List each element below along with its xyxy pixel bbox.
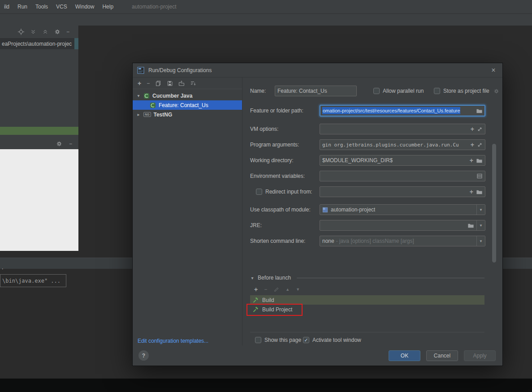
checkbox-box[interactable] [373,88,380,94]
menu-vcs[interactable]: VCS [52,0,71,13]
apply-button[interactable]: Apply [464,350,496,361]
checkbox-label: Show this page [264,337,301,343]
menu-build[interactable]: ild [0,0,13,13]
cancel-button[interactable]: Cancel [426,350,458,361]
add-configuration-icon[interactable]: + [138,80,141,86]
before-launch-task-build[interactable]: Build [250,295,484,305]
main-toolbar [0,13,532,26]
hammer-icon [252,306,259,313]
edit-configuration-templates-link[interactable]: Edit configuration templates... [138,338,208,344]
task-label: Build Project [262,306,292,313]
remove-task-icon[interactable]: − [264,287,267,292]
gear-icon[interactable] [56,141,62,147]
working-directory-field[interactable]: $MODULE_WORKING_DIR$ + [320,155,485,166]
dropdown-arrow-icon[interactable]: ▼ [476,236,485,246]
menu-tools[interactable]: Tools [31,0,52,13]
menu-run[interactable]: Run [13,0,31,13]
chevron-down-icon[interactable]: ▾ [250,276,255,280]
allow-parallel-run-checkbox[interactable]: Allow parallel run [373,87,424,95]
checkbox-label: Allow parallel run [383,88,424,94]
tree-group-label: TestNG [154,112,173,118]
before-launch-label: Before launch [258,275,291,281]
collapse-all-icon[interactable] [42,29,48,35]
shorten-command-line-combo[interactable]: none - java [options] className [args] ▼ [320,236,485,246]
hammer-icon [252,297,259,303]
hide-panel-icon[interactable]: − [66,29,69,34]
store-settings-gear-icon[interactable] [493,88,499,94]
dropdown-arrow-icon[interactable]: ▼ [476,205,485,215]
chevron-down-icon[interactable]: ▾ [136,93,141,98]
tree-group-label: Cucumber Java [152,93,192,99]
dialog-scrollbar[interactable] [492,144,496,263]
cucumber-icon [150,102,156,108]
before-launch-list: Build Build Project [250,295,484,332]
panel-header-icons: − [0,138,78,149]
insert-macro-icon[interactable]: + [471,126,474,132]
checkbox-box[interactable] [256,189,262,195]
checkbox-label: Activate tool window [312,337,361,343]
remove-configuration-icon[interactable]: − [147,81,150,86]
project-tool-window: − eaProjects\automation-projec − [0,26,79,251]
insert-macro-icon[interactable]: + [470,189,473,195]
move-configuration-icon[interactable] [178,80,185,86]
section-rule [297,278,484,278]
move-down-icon[interactable]: ▼ [296,288,300,292]
help-button[interactable]: ? [138,350,149,361]
feature-path-field[interactable]: omation-project/src/test/resources/featu… [320,105,485,116]
dropdown-arrow-icon[interactable]: ▼ [476,220,485,230]
activate-tool-window-checkbox[interactable]: ✓ Activate tool window [303,336,361,344]
before-launch-header[interactable]: ▾ Before launch [250,275,484,281]
add-task-icon[interactable]: + [254,286,258,293]
browse-folder-icon[interactable] [476,189,483,195]
before-launch-task-build-project[interactable]: Build Project [250,305,484,314]
browse-folder-icon[interactable] [476,108,483,114]
expand-field-icon[interactable] [477,126,483,132]
project-root-tab[interactable]: eaProjects\automation-projec [0,38,78,49]
program-arguments-field[interactable]: gin org.jetbrains.plugins.cucumber.java.… [320,139,485,150]
close-icon[interactable]: × [489,66,498,74]
console-output: \bin\java.exe" ... [0,274,66,287]
selected-row-highlight[interactable] [0,127,78,135]
checkbox-box-checked[interactable]: ✓ [303,337,309,343]
edit-task-icon[interactable] [273,287,279,293]
save-configuration-icon[interactable] [167,80,173,86]
working-directory-value: $MODULE_WORKING_DIR$ [322,157,393,164]
menu-bar: ild Run Tools VCS Window Help automation… [0,0,532,13]
redirect-input-checkbox[interactable]: Redirect input from: [256,188,312,196]
sort-configurations-icon[interactable] [190,80,196,86]
vm-options-field[interactable]: + [320,124,485,134]
copy-configuration-icon[interactable] [155,80,161,86]
jre-combo[interactable]: ▼ [320,220,485,231]
chevron-right-icon[interactable]: ▸ [136,112,141,117]
browse-folder-icon[interactable] [467,222,474,229]
tree-group-testng[interactable]: ▸ NG TestNG [133,110,242,119]
move-up-icon[interactable]: ▲ [285,288,290,292]
expand-field-icon[interactable] [477,142,483,148]
show-this-page-checkbox[interactable]: Show this page [255,336,301,344]
dialog-title-bar[interactable]: Run/Debug Configurations × [133,63,502,78]
menu-window[interactable]: Window [71,0,99,13]
settings-gear-icon[interactable] [54,29,61,35]
checkbox-box[interactable] [255,337,261,343]
task-label: Build [262,297,274,303]
locate-icon[interactable] [18,29,24,35]
browse-variables-icon[interactable] [476,173,483,179]
hide-icon[interactable]: − [69,141,72,146]
store-as-project-file-checkbox[interactable]: Store as project file [434,87,499,95]
redirect-input-field[interactable]: + [320,186,485,197]
shorten-command-line-hint: - java [options] className [args] [336,238,414,244]
checkbox-box[interactable] [434,88,440,94]
insert-macro-icon[interactable]: + [471,142,474,148]
ok-button[interactable]: OK [389,350,420,361]
console-dot: . [2,264,3,271]
tree-group-cucumber-java[interactable]: ▾ Cucumber Java [133,91,242,100]
browse-folder-icon[interactable] [476,157,483,164]
menu-help[interactable]: Help [98,0,117,13]
name-field[interactable]: Feature: Contact_Us [275,86,357,96]
classpath-module-combo[interactable]: automation-project ▼ [320,204,485,215]
expand-all-icon[interactable] [30,29,36,35]
environment-variables-field[interactable] [320,171,485,181]
insert-macro-icon[interactable]: + [470,157,473,164]
tree-item-feature-contact-us[interactable]: Feature: Contact_Us [133,100,242,110]
environment-variables-label: Environment variables: [250,171,305,181]
